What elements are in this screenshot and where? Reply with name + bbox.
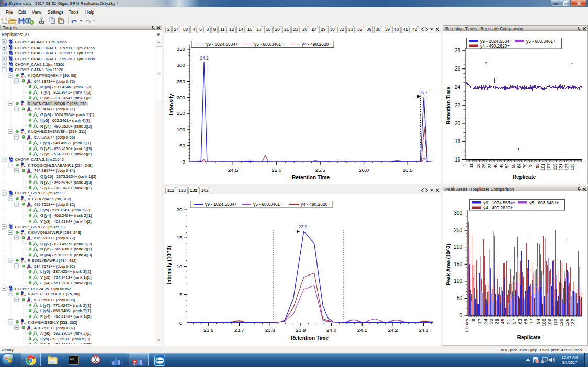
svg-text:26.5: 26.5 xyxy=(403,167,413,173)
svg-text:y5 - 603.3461+: y5 - 603.3461+ xyxy=(254,42,284,47)
svg-text:52: 52 xyxy=(505,163,510,168)
svg-text:0: 0 xyxy=(179,320,183,326)
svg-text:K.LQAHLDSVSNVSK.I [299, 311]: K.LQAHLDSVSNVSK.I [299, 311] xyxy=(28,129,86,134)
svg-text:24.5: 24.5 xyxy=(228,167,239,173)
svg-text:CHOYP_G6PD.2.2|m.46923: CHOYP_G6PD.2.2|m.46923 xyxy=(15,191,65,196)
svg-text:40: 40 xyxy=(493,163,498,168)
svg-text:22: 22 xyxy=(455,102,461,108)
svg-text:24.2: 24.2 xyxy=(200,55,209,61)
svg-text:y4 - 490.2620+: y4 - 490.2620+ xyxy=(301,202,330,207)
svg-text:150: 150 xyxy=(454,261,462,267)
svg-text:17: 17 xyxy=(478,319,482,324)
svg-text:25.5: 25.5 xyxy=(315,167,326,173)
svg-text:S [y7] - 718.3478+ (rank 2)[1]: S [y7] - 718.3478+ (rank 2)[1] xyxy=(40,186,92,190)
svg-text:200: 200 xyxy=(454,244,462,250)
svg-text:113: 113 xyxy=(553,319,558,326)
svg-text:Retention Time: Retention Time xyxy=(292,175,330,180)
svg-text:24: 24 xyxy=(455,84,461,90)
svg-text:16: 16 xyxy=(455,157,461,163)
svg-text:32: 32 xyxy=(489,319,494,324)
svg-text:132: 132 xyxy=(571,319,575,326)
svg-text:100: 100 xyxy=(177,127,186,132)
svg-text:24.3: 24.3 xyxy=(419,327,429,333)
svg-text:627.8506++ (dotp 0.88): 627.8506++ (dotp 0.88) xyxy=(34,297,75,302)
svg-text:K.APTTLLLEPDGK.F [75, 86]: K.APTTLLLEPDGK.F [75, 86] xyxy=(28,292,80,296)
svg-text:15: 15 xyxy=(177,235,183,240)
svg-text:5: 5 xyxy=(179,292,183,297)
svg-text:115: 115 xyxy=(553,163,558,170)
svg-text:300: 300 xyxy=(454,210,462,216)
svg-text:0: 0 xyxy=(183,159,186,165)
svg-text:150: 150 xyxy=(177,110,186,116)
svg-text:121: 121 xyxy=(559,163,563,170)
svg-text:Intensity: Intensity xyxy=(168,94,174,116)
svg-text:58: 58 xyxy=(511,163,516,168)
svg-text:P [y4] - 416.2140+ (rank 1)[2]: P [y4] - 416.2140+ (rank 1)[2] xyxy=(40,314,92,319)
svg-text:26: 26 xyxy=(455,66,461,72)
svg-text:M [y4] - 518.3119+ (rank 4)[3]: M [y4] - 518.3119+ (rank 4)[3] xyxy=(40,253,92,257)
svg-text:Replicate: Replicate xyxy=(517,335,541,340)
svg-text:M [y8] - 933.4346+ (rank 3)[1]: M [y8] - 933.4346+ (rank 3)[1] xyxy=(40,85,92,89)
svg-text:39: 39 xyxy=(495,319,500,324)
svg-text:46: 46 xyxy=(499,163,504,168)
svg-text:CHOYP_CAH2.1.1|m.42306: CHOYP_CAH2.1.1|m.42306 xyxy=(15,62,65,67)
svg-text:133: 133 xyxy=(570,163,575,170)
svg-text:70: 70 xyxy=(523,163,527,168)
svg-text:127: 127 xyxy=(564,163,569,170)
svg-text:0: 0 xyxy=(459,313,462,318)
svg-text:N [y4] - 490.2620+ (rank 2)[2]: N [y4] - 490.2620+ (rank 2)[2] xyxy=(40,124,92,129)
svg-text:A [y6] - 592.3301+ (rank 2)[1]: A [y6] - 592.3301+ (rank 2)[1] xyxy=(40,331,91,336)
svg-text:23.8: 23.8 xyxy=(265,327,276,333)
svg-text:y9 - 1024.5534+: y9 - 1024.5534+ xyxy=(205,202,237,207)
svg-text:y9 - 1024.5534+: y9 - 1024.5534+ xyxy=(483,200,515,205)
svg-text:26.7: 26.7 xyxy=(419,90,428,95)
svg-text:y9 - 1024.5534+: y9 - 1024.5534+ xyxy=(480,39,512,44)
svg-text:N [y6] - 745.4389+ (rank 2)[1]: N [y6] - 745.4389+ (rank 2)[1] xyxy=(40,247,92,251)
svg-text:L [y6] - 658.3406+ (rank 3)[1]: L [y6] - 658.3406+ (rank 3)[1] xyxy=(40,308,91,313)
svg-text:Peak Area (10^3): Peak Area (10^3) xyxy=(446,244,451,285)
svg-text:50: 50 xyxy=(179,143,185,148)
svg-text:K.TYFIGYAR.S [95, 102]: K.TYFIGYAR.S [95, 102] xyxy=(28,197,71,201)
svg-text:Intensity (10^3): Intensity (10^3) xyxy=(166,246,172,284)
svg-text:23.7: 23.7 xyxy=(234,327,244,333)
svg-text:23.9: 23.9 xyxy=(296,327,306,333)
svg-text:Y [y3] - 409.2194+ (rank 4)[3]: Y [y3] - 409.2194+ (rank 4)[3] xyxy=(40,219,92,224)
svg-text:24.1: 24.1 xyxy=(357,327,367,333)
svg-text:33: 33 xyxy=(488,163,492,168)
svg-text:100: 100 xyxy=(454,278,462,284)
svg-text:CHOYP_ACAA2.1.1|m.30666: CHOYP_ACAA2.1.1|m.30666 xyxy=(15,40,67,44)
svg-text:23.9: 23.9 xyxy=(299,224,308,230)
svg-text:18: 18 xyxy=(455,139,461,144)
svg-text:Y [y5] - 724.3413+ (rank 1)[1]: Y [y5] - 724.3413+ (rank 1)[1] xyxy=(40,275,92,280)
svg-text:78: 78 xyxy=(528,163,533,168)
svg-text:24: 24 xyxy=(483,319,488,324)
svg-text:50: 50 xyxy=(457,295,463,301)
svg-text:C:\_: C:\_ xyxy=(70,357,76,360)
svg-text:L [y9] - 948.4997+ (rank 2)[1]: L [y9] - 948.4997+ (rank 2)[1] xyxy=(40,141,91,145)
svg-text:57: 57 xyxy=(512,319,517,324)
svg-text:N [y9] - 945.4748+ (rank 3)[3]: N [y9] - 945.4748+ (rank 3)[3] xyxy=(40,180,92,185)
svg-text:y4 - 490.2620+: y4 - 490.2620+ xyxy=(483,205,513,210)
svg-text:28: 28 xyxy=(455,48,461,53)
svg-text:CHOYP_G6PD.2.2|m.46923: CHOYP_G6PD.2.2|m.46923 xyxy=(15,225,65,230)
svg-text:45: 45 xyxy=(501,319,505,324)
svg-text:T [y7] - 802.3941+ (rank 4)[3]: T [y7] - 802.3941+ (rank 4)[3] xyxy=(40,90,91,95)
svg-text:100: 100 xyxy=(542,319,547,326)
svg-text:y4 - 490.2620+: y4 - 490.2620+ xyxy=(302,42,331,47)
svg-text:584.7671++ (dotp 0.92): 584.7671++ (dotp 0.92) xyxy=(34,264,75,269)
svg-text:Replicate: Replicate xyxy=(513,174,536,180)
svg-text:25.0: 25.0 xyxy=(272,167,282,173)
svg-text:E [y4] - 561.2780+ (rank 2)[3]: E [y4] - 561.2780+ (rank 2)[3] xyxy=(40,281,92,285)
svg-text:95: 95 xyxy=(535,163,540,168)
svg-text:10: 10 xyxy=(177,263,183,269)
svg-text:24.0: 24.0 xyxy=(326,327,337,333)
svg-text:23.6: 23.6 xyxy=(203,327,214,333)
svg-text:20: 20 xyxy=(455,121,461,127)
svg-text:CHOYP_CATA.1.3|m.11120: CHOYP_CATA.1.3|m.11120 xyxy=(15,67,63,72)
svg-text:CHOYP_HS12A.25.33|m.60352: CHOYP_HS12A.25.33|m.60352 xyxy=(15,286,71,291)
svg-text:y5 - 603.3461+: y5 - 603.3461+ xyxy=(526,39,556,44)
svg-text:L [y7] - 771.4247+ (rank 2)[3]: L [y7] - 771.4247+ (rank 2)[3] xyxy=(40,303,91,308)
svg-text:126: 126 xyxy=(565,319,570,326)
svg-text:I [y5] - 603.3461+ (rank 4)[3]: I [y5] - 603.3461+ (rank 4)[3] xyxy=(40,118,90,123)
svg-text:250: 250 xyxy=(177,78,186,84)
